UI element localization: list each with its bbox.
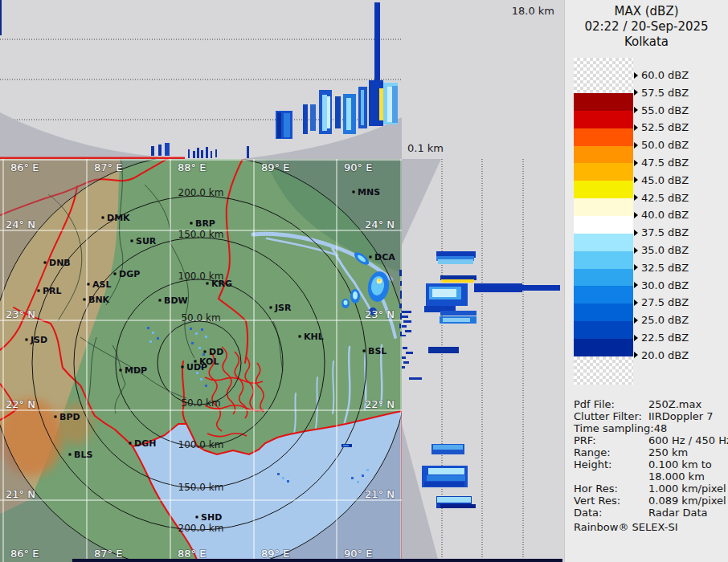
svg-text:PRL: PRL (43, 286, 62, 296)
info-row: Clutter Filter:IIRDoppler 7 (574, 410, 726, 422)
scale-value-label: 27.5 dBZ (641, 296, 689, 308)
radar-app-window: 18.0 km 0.1 km (0, 0, 728, 562)
svg-text:21° N: 21° N (6, 488, 35, 500)
scale-value-label: 40.0 dBZ (641, 209, 689, 221)
scale-tick-arrow-icon (634, 177, 638, 183)
svg-text:100.0 km: 100.0 km (178, 271, 224, 282)
product-info-list: Pdf File:250Z.maxClutter Filter:IIRDoppl… (574, 398, 726, 519)
scale-tick-arrow-icon (634, 230, 638, 236)
info-row: Pdf File:250Z.max (574, 398, 726, 410)
svg-text:200.0 km: 200.0 km (178, 187, 224, 198)
svg-text:23° N: 23° N (365, 308, 395, 320)
svg-text:JSR: JSR (274, 303, 292, 313)
scale-tick-arrow-icon (634, 264, 638, 271)
scale-tick-arrow-icon (634, 142, 638, 149)
scale-label-row: 47.5 dBZ (634, 157, 689, 169)
scale-value-label: 60.0 dBZ (641, 69, 689, 81)
svg-text:SHD: SHD (201, 512, 222, 523)
software-brand: Rainbow® SELEX-SI (574, 521, 678, 533)
svg-text:90° E: 90° E (344, 161, 372, 173)
svg-text:JSD: JSD (30, 335, 47, 345)
svg-text:150.0 km: 150.0 km (178, 229, 224, 240)
svg-text:22° N: 22° N (6, 398, 35, 410)
svg-text:SUR: SUR (136, 236, 157, 246)
scale-value-label: 35.0 dBZ (641, 244, 689, 256)
svg-text:23° N: 23° N (6, 308, 35, 320)
scale-label-row: 52.5 dBZ (634, 121, 689, 133)
scale-tick-arrow-icon (634, 317, 638, 324)
scale-label-row: 25.0 dBZ (634, 314, 689, 326)
scale-value-label: 55.0 dBZ (641, 104, 689, 116)
info-label: Range: (574, 446, 648, 458)
info-value: 250Z.max (648, 398, 701, 410)
scale-tick-arrow-icon (634, 247, 638, 254)
scale-value-label: 25.0 dBZ (641, 314, 689, 326)
scale-label-row: 37.5 dBZ (634, 226, 689, 238)
info-label: Height: (574, 458, 648, 470)
svg-text:KHL: KHL (304, 332, 324, 342)
svg-text:UDP: UDP (186, 362, 207, 373)
scale-tick-arrow-icon (634, 72, 638, 79)
svg-text:86° E: 86° E (10, 548, 39, 560)
scale-label-row: 27.5 dBZ (634, 296, 689, 308)
svg-text:88° E: 88° E (178, 548, 206, 560)
svg-text:24° N: 24° N (365, 218, 395, 230)
scale-label-row: 57.5 dBZ (634, 87, 689, 99)
scale-tick-arrow-icon (634, 299, 638, 306)
svg-text:86° E: 86° E (10, 161, 39, 173)
scale-label-row: 45.0 dBZ (634, 174, 689, 186)
svg-text:DNB: DNB (49, 258, 71, 268)
svg-text:21° N: 21° N (365, 488, 395, 500)
svg-text:ASL: ASL (92, 279, 111, 290)
svg-text:BDW: BDW (164, 295, 188, 306)
scale-value-label: 30.0 dBZ (641, 279, 689, 291)
radar-map-display: DMKBRPMNSSURDNBASLDGPKRGPRLBNKBDWJSRDCAJ… (0, 159, 402, 562)
info-row: Time sampling:48 (574, 422, 726, 434)
scale-label-row: 20.0 dBZ (634, 349, 689, 361)
min-height-label: 0.1 km (407, 142, 444, 154)
scale-tick-arrow-icon (634, 107, 638, 113)
info-value: Radar Data (648, 507, 707, 519)
svg-text:BLS: BLS (74, 450, 92, 460)
svg-text:89° E: 89° E (261, 161, 289, 173)
info-label: Hor Res: (574, 483, 648, 495)
info-label: Vert Res: (574, 495, 648, 507)
scale-label-row: 55.0 dBZ (634, 104, 689, 116)
info-value: 48 (654, 422, 668, 434)
svg-text:MNS: MNS (358, 187, 380, 198)
info-row: Range:250 km (574, 446, 726, 458)
max-height-label: 18.0 km (512, 5, 554, 17)
scale-label-row: 42.5 dBZ (634, 192, 689, 204)
info-label: Data: (574, 507, 648, 519)
svg-text:DGP: DGP (119, 269, 140, 279)
scale-label-row: 35.0 dBZ (634, 244, 689, 256)
svg-text:100.0 km: 100.0 km (178, 439, 224, 450)
scale-tick-arrow-icon (634, 124, 638, 131)
svg-text:50.0 km: 50.0 km (181, 397, 220, 409)
scale-label-row: 22.5 dBZ (634, 332, 689, 344)
info-value: 600 Hz / 450 Hz (648, 434, 728, 446)
scale-tick-arrow-icon (634, 282, 638, 288)
svg-text:DMK: DMK (107, 213, 130, 223)
profile-background (402, 159, 564, 562)
scale-tick-arrow-icon (634, 212, 638, 218)
svg-text:90° E: 90° E (344, 548, 372, 560)
svg-text:200.0 km: 200.0 km (178, 523, 224, 534)
dbz-scale-labels: 60.0 dBZ57.5 dBZ55.0 dBZ52.5 dBZ50.0 dBZ… (565, 0, 728, 385)
info-value: 1.000 km/pixel (648, 483, 726, 495)
scale-value-label: 42.5 dBZ (641, 192, 689, 204)
info-value: 0.100 km to (648, 458, 712, 470)
svg-text:87° E: 87° E (94, 161, 122, 173)
scale-tick-arrow-icon (634, 89, 638, 96)
scale-value-label: 50.0 dBZ (641, 139, 689, 151)
svg-text:BSL: BSL (368, 346, 386, 356)
svg-text:22° N: 22° N (365, 398, 395, 410)
info-row: Vert Res:0.089 km/pixel (574, 495, 726, 507)
side-height-profile-panel (402, 159, 564, 562)
scale-value-label: 37.5 dBZ (641, 226, 689, 238)
svg-text:MDP: MDP (125, 365, 147, 376)
svg-text:88° E: 88° E (178, 161, 206, 173)
scale-value-label: 47.5 dBZ (641, 157, 689, 169)
scale-value-label: 45.0 dBZ (641, 174, 689, 186)
info-row: Data:Radar Data (574, 507, 726, 519)
